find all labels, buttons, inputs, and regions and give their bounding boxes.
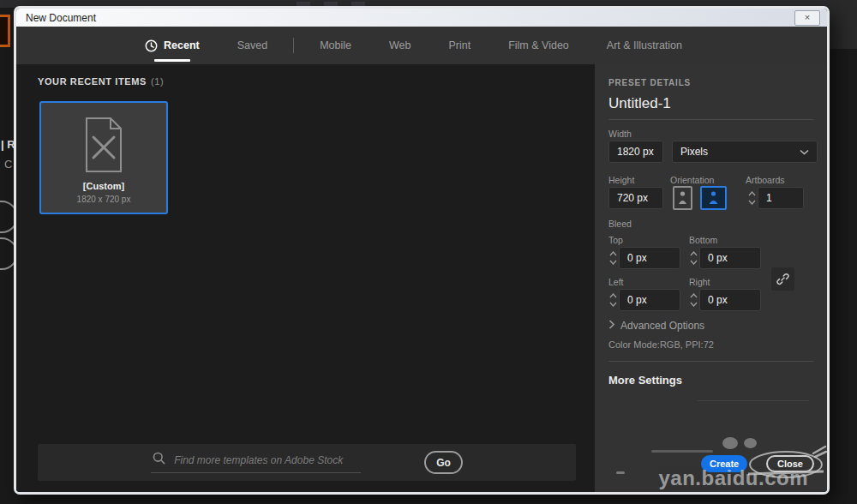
tab-web[interactable]: Web — [370, 27, 429, 64]
tab-label: Recent — [164, 39, 200, 51]
recent-items-area: YOUR RECENT ITEMS(1) [Custom] 1820 x 720… — [16, 64, 595, 492]
template-card-name: [Custom] — [83, 181, 124, 191]
dialog-titlebar: New Document × — [16, 9, 827, 27]
tab-recent[interactable]: Recent — [126, 27, 219, 64]
stepper-up-icon — [690, 293, 698, 298]
width-input[interactable] — [608, 141, 663, 163]
tab-film-video[interactable]: Film & Video — [489, 27, 588, 64]
stepper-down-icon — [609, 260, 617, 265]
bleed-link-button[interactable] — [771, 267, 794, 291]
divider — [608, 119, 813, 120]
bleed-left-input[interactable] — [619, 289, 680, 311]
bleed-top-label: Top — [608, 235, 623, 245]
recent-items-heading-text: YOUR RECENT ITEMS — [38, 76, 147, 87]
units-select[interactable]: Pixels — [672, 141, 818, 163]
bleed-left-stepper[interactable] — [607, 289, 619, 311]
tab-label: Film & Video — [508, 39, 569, 51]
bleed-top-group — [607, 247, 680, 269]
chevron-down-icon — [800, 146, 809, 158]
artboards-label: Artboards — [746, 175, 785, 185]
illustrator-logo-fragment — [0, 15, 10, 47]
tab-divider — [293, 38, 294, 53]
artboards-stepper[interactable] — [746, 187, 758, 209]
color-mode-summary: Color Mode:RGB, PPI:72 — [608, 339, 714, 350]
background-app-corner — [830, 0, 857, 49]
stepper-down-icon — [690, 260, 698, 265]
dialog-title: New Document — [26, 12, 794, 24]
tab-label: Mobile — [320, 39, 351, 51]
close-button[interactable]: Close — [766, 455, 814, 472]
stepper-up-icon — [609, 251, 617, 256]
stepper-down-icon — [748, 200, 756, 205]
bleed-right-input[interactable] — [699, 289, 761, 311]
bleed-right-stepper[interactable] — [687, 289, 699, 311]
height-input[interactable] — [608, 187, 663, 209]
portrait-person-icon — [677, 190, 688, 206]
screenshot-root: | R C New Document × Recent Saved Mobile… — [0, 0, 857, 504]
artboards-input[interactable] — [758, 187, 804, 209]
orientation-portrait-button[interactable] — [673, 186, 692, 210]
preset-details-heading: PRESET DETAILS — [608, 78, 691, 87]
tab-print[interactable]: Print — [429, 27, 489, 64]
search-input[interactable] — [172, 453, 357, 467]
units-value: Pixels — [680, 146, 708, 158]
stepper-up-icon — [690, 251, 698, 256]
search-field[interactable] — [151, 452, 361, 473]
close-icon: × — [805, 12, 810, 22]
orientation-landscape-button[interactable] — [700, 186, 727, 210]
stepper-down-icon — [609, 302, 617, 307]
adobe-stock-searchbar: Go — [38, 444, 576, 481]
advanced-options-label: Advanced Options — [620, 320, 704, 332]
link-icon — [776, 273, 789, 285]
tab-mobile[interactable]: Mobile — [301, 27, 370, 64]
tab-label: Print — [448, 39, 470, 51]
bleed-bottom-input[interactable] — [699, 247, 761, 269]
recent-items-count: (1) — [151, 76, 164, 87]
advanced-options-toggle[interactable]: Advanced Options — [608, 320, 704, 332]
search-icon — [153, 452, 165, 468]
bleed-top-stepper[interactable] — [607, 247, 619, 269]
template-card-custom[interactable]: [Custom] 1820 x 720 px — [39, 101, 168, 214]
bleed-label: Bleed — [608, 219, 632, 229]
custom-document-icon — [81, 117, 126, 177]
divider — [608, 361, 813, 362]
width-label: Width — [608, 129, 632, 139]
height-label: Height — [608, 175, 634, 185]
tab-label: Web — [389, 39, 411, 51]
more-settings-button[interactable]: More Settings — [608, 374, 682, 387]
orientation-label: Orientation — [670, 175, 714, 185]
chevron-right-icon — [608, 320, 614, 332]
recent-items-heading: YOUR RECENT ITEMS(1) — [38, 76, 164, 87]
stepper-up-icon — [609, 293, 617, 298]
bleed-right-label: Right — [689, 277, 710, 287]
stepper-down-icon — [690, 302, 698, 307]
tab-art-illustration[interactable]: Art & Illustration — [588, 27, 701, 64]
window-close-button[interactable]: × — [794, 10, 820, 26]
stepper-up-icon — [748, 191, 756, 196]
tab-saved[interactable]: Saved — [219, 27, 286, 64]
landscape-person-icon — [707, 190, 720, 206]
bleed-top-input[interactable] — [619, 247, 680, 269]
artboards-stepper-group — [746, 187, 804, 209]
preset-details-panel: PRESET DETAILS Width Pixels Height Orien… — [595, 64, 827, 492]
bleed-left-label: Left — [608, 277, 624, 287]
bleed-bottom-label: Bottom — [689, 235, 717, 245]
divider — [698, 400, 809, 401]
bleed-bottom-group — [687, 247, 761, 269]
create-button[interactable]: Create — [701, 455, 747, 472]
bleed-bottom-stepper[interactable] — [687, 247, 699, 269]
tab-label: Saved — [237, 39, 267, 51]
tab-label: Art & Illustration — [607, 39, 682, 51]
document-name-field[interactable] — [608, 95, 810, 112]
go-button[interactable]: Go — [424, 451, 463, 474]
dialog-content: YOUR RECENT ITEMS(1) [Custom] 1820 x 720… — [16, 64, 827, 492]
clock-icon — [145, 39, 158, 52]
new-document-dialog: New Document × Recent Saved Mobile Web P… — [14, 6, 830, 495]
bleed-left-group — [607, 289, 680, 311]
bleed-right-group — [687, 289, 761, 311]
category-tabbar: Recent Saved Mobile Web Print Film & Vid… — [16, 27, 827, 64]
template-card-size: 1820 x 720 px — [77, 195, 131, 204]
